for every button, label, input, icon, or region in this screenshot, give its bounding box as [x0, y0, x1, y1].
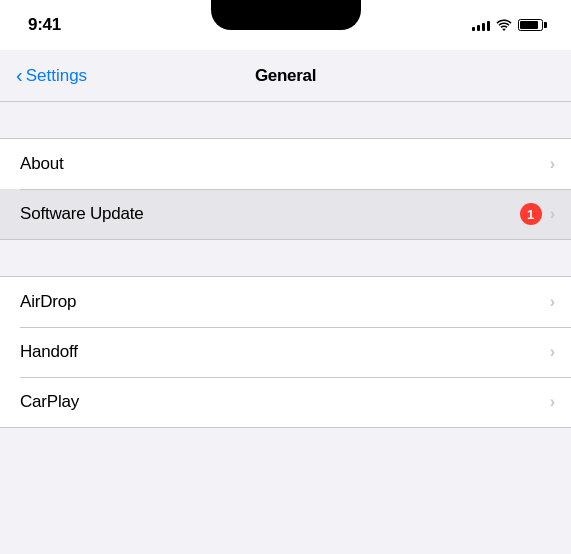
- software-update-label: Software Update: [20, 204, 144, 224]
- airdrop-chevron-icon: ›: [550, 293, 555, 311]
- software-update-badge: 1: [520, 203, 542, 225]
- carplay-label: CarPlay: [20, 392, 79, 412]
- list-group-2: AirDrop › Handoff › CarPlay: [0, 276, 571, 428]
- list-item-software-update[interactable]: Software Update 1 ›: [0, 189, 571, 239]
- content-area: About › Software Update 1 ›: [0, 102, 571, 428]
- status-time: 9:41: [28, 15, 61, 35]
- phone-wrapper: 9:41 ‹ Settings: [0, 0, 571, 554]
- list-item-about[interactable]: About ›: [0, 139, 571, 189]
- handoff-label: Handoff: [20, 342, 78, 362]
- list-item-handoff[interactable]: Handoff ›: [0, 327, 571, 377]
- page-title: General: [255, 66, 316, 86]
- airdrop-label: AirDrop: [20, 292, 76, 312]
- back-chevron-icon: ‹: [16, 65, 23, 85]
- notch: [211, 0, 361, 30]
- list-item-carplay[interactable]: CarPlay ›: [0, 377, 571, 427]
- back-button[interactable]: ‹ Settings: [16, 66, 87, 86]
- list-item-airdrop[interactable]: AirDrop ›: [0, 277, 571, 327]
- section-spacer-1: [0, 102, 571, 138]
- section-spacer-2: [0, 240, 571, 276]
- handoff-chevron-icon: ›: [550, 343, 555, 361]
- software-update-chevron-icon: ›: [550, 205, 555, 223]
- list-group-1: About › Software Update 1 ›: [0, 138, 571, 240]
- back-label: Settings: [26, 66, 87, 86]
- about-label: About: [20, 154, 63, 174]
- battery-icon: [518, 19, 543, 31]
- wifi-icon: [496, 19, 512, 31]
- about-chevron-icon: ›: [550, 155, 555, 173]
- signal-bars-icon: [472, 19, 490, 31]
- nav-bar: ‹ Settings General: [0, 50, 571, 102]
- status-icons: [472, 19, 543, 31]
- carplay-chevron-icon: ›: [550, 393, 555, 411]
